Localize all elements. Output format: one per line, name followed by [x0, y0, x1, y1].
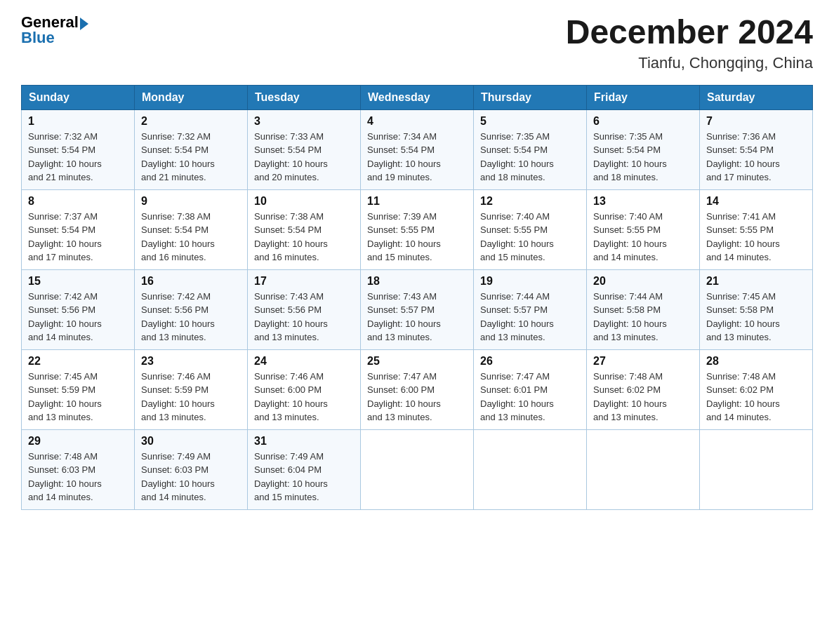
calendar-cell: 13 Sunrise: 7:40 AMSunset: 5:55 PMDaylig…: [587, 189, 700, 269]
day-number: 20: [593, 275, 693, 288]
calendar-cell: 30 Sunrise: 7:49 AMSunset: 6:03 PMDaylig…: [135, 429, 248, 509]
calendar-cell: 20 Sunrise: 7:44 AMSunset: 5:58 PMDaylig…: [587, 269, 700, 349]
calendar-cell: 8 Sunrise: 7:37 AMSunset: 5:54 PMDayligh…: [22, 189, 135, 269]
calendar-week-row: 22 Sunrise: 7:45 AMSunset: 5:59 PMDaylig…: [22, 349, 813, 429]
day-number: 30: [141, 435, 241, 448]
day-info: Sunrise: 7:47 AMSunset: 6:00 PMDaylight:…: [367, 371, 441, 423]
calendar-table: SundayMondayTuesdayWednesdayThursdayFrid…: [21, 85, 813, 510]
day-info: Sunrise: 7:36 AMSunset: 5:54 PMDaylight:…: [706, 131, 780, 183]
calendar-cell: 5 Sunrise: 7:35 AMSunset: 5:54 PMDayligh…: [474, 109, 587, 189]
day-info: Sunrise: 7:46 AMSunset: 5:59 PMDaylight:…: [141, 371, 215, 423]
calendar-cell: 27 Sunrise: 7:48 AMSunset: 6:02 PMDaylig…: [587, 349, 700, 429]
day-info: Sunrise: 7:43 AMSunset: 5:56 PMDaylight:…: [254, 291, 328, 343]
day-number: 9: [141, 195, 241, 208]
day-number: 7: [706, 115, 806, 128]
calendar-cell: 15 Sunrise: 7:42 AMSunset: 5:56 PMDaylig…: [22, 269, 135, 349]
day-number: 27: [593, 355, 693, 368]
day-header-thursday: Thursday: [474, 85, 587, 109]
day-number: 23: [141, 355, 241, 368]
day-info: Sunrise: 7:45 AMSunset: 5:58 PMDaylight:…: [706, 291, 780, 343]
day-number: 2: [141, 115, 241, 128]
day-info: Sunrise: 7:40 AMSunset: 5:55 PMDaylight:…: [480, 211, 554, 263]
calendar-cell: [474, 429, 587, 509]
day-number: 28: [706, 355, 806, 368]
day-info: Sunrise: 7:41 AMSunset: 5:55 PMDaylight:…: [706, 211, 780, 263]
day-number: 17: [254, 275, 354, 288]
day-number: 4: [367, 115, 467, 128]
day-info: Sunrise: 7:45 AMSunset: 5:59 PMDaylight:…: [28, 371, 102, 423]
calendar-cell: 19 Sunrise: 7:44 AMSunset: 5:57 PMDaylig…: [474, 269, 587, 349]
day-header-tuesday: Tuesday: [248, 85, 361, 109]
calendar-cell: 17 Sunrise: 7:43 AMSunset: 5:56 PMDaylig…: [248, 269, 361, 349]
calendar-week-row: 15 Sunrise: 7:42 AMSunset: 5:56 PMDaylig…: [22, 269, 813, 349]
calendar-cell: 16 Sunrise: 7:42 AMSunset: 5:56 PMDaylig…: [135, 269, 248, 349]
calendar-week-row: 1 Sunrise: 7:32 AMSunset: 5:54 PMDayligh…: [22, 109, 813, 189]
day-info: Sunrise: 7:43 AMSunset: 5:57 PMDaylight:…: [367, 291, 441, 343]
day-header-sunday: Sunday: [22, 85, 135, 109]
day-info: Sunrise: 7:48 AMSunset: 6:02 PMDaylight:…: [593, 371, 667, 423]
day-info: Sunrise: 7:49 AMSunset: 6:04 PMDaylight:…: [254, 451, 328, 503]
calendar-cell: 4 Sunrise: 7:34 AMSunset: 5:54 PMDayligh…: [361, 109, 474, 189]
calendar-cell: 22 Sunrise: 7:45 AMSunset: 5:59 PMDaylig…: [22, 349, 135, 429]
day-info: Sunrise: 7:35 AMSunset: 5:54 PMDaylight:…: [593, 131, 667, 183]
day-info: Sunrise: 7:33 AMSunset: 5:54 PMDaylight:…: [254, 131, 328, 183]
title-block: December 2024 Tianfu, Chongqing, China: [566, 14, 813, 72]
day-info: Sunrise: 7:40 AMSunset: 5:55 PMDaylight:…: [593, 211, 667, 263]
day-info: Sunrise: 7:47 AMSunset: 6:01 PMDaylight:…: [480, 371, 554, 423]
day-number: 3: [254, 115, 354, 128]
day-info: Sunrise: 7:32 AMSunset: 5:54 PMDaylight:…: [141, 131, 215, 183]
day-info: Sunrise: 7:38 AMSunset: 5:54 PMDaylight:…: [254, 211, 328, 263]
calendar-cell: 11 Sunrise: 7:39 AMSunset: 5:55 PMDaylig…: [361, 189, 474, 269]
logo: General Blue: [21, 14, 88, 46]
day-number: 1: [28, 115, 128, 128]
day-number: 5: [480, 115, 580, 128]
day-number: 26: [480, 355, 580, 368]
calendar-cell: 28 Sunrise: 7:48 AMSunset: 6:02 PMDaylig…: [700, 349, 813, 429]
day-info: Sunrise: 7:46 AMSunset: 6:00 PMDaylight:…: [254, 371, 328, 423]
page-header: General Blue December 2024 Tianfu, Chong…: [21, 14, 813, 72]
calendar-cell: 7 Sunrise: 7:36 AMSunset: 5:54 PMDayligh…: [700, 109, 813, 189]
day-info: Sunrise: 7:42 AMSunset: 5:56 PMDaylight:…: [28, 291, 102, 343]
day-number: 18: [367, 275, 467, 288]
calendar-cell: 6 Sunrise: 7:35 AMSunset: 5:54 PMDayligh…: [587, 109, 700, 189]
day-number: 22: [28, 355, 128, 368]
calendar-cell: 12 Sunrise: 7:40 AMSunset: 5:55 PMDaylig…: [474, 189, 587, 269]
day-number: 11: [367, 195, 467, 208]
day-info: Sunrise: 7:44 AMSunset: 5:57 PMDaylight:…: [480, 291, 554, 343]
day-number: 8: [28, 195, 128, 208]
day-number: 10: [254, 195, 354, 208]
day-number: 16: [141, 275, 241, 288]
calendar-cell: 18 Sunrise: 7:43 AMSunset: 5:57 PMDaylig…: [361, 269, 474, 349]
day-number: 13: [593, 195, 693, 208]
day-info: Sunrise: 7:44 AMSunset: 5:58 PMDaylight:…: [593, 291, 667, 343]
calendar-cell: 21 Sunrise: 7:45 AMSunset: 5:58 PMDaylig…: [700, 269, 813, 349]
calendar-cell: 1 Sunrise: 7:32 AMSunset: 5:54 PMDayligh…: [22, 109, 135, 189]
day-info: Sunrise: 7:48 AMSunset: 6:03 PMDaylight:…: [28, 451, 102, 503]
day-info: Sunrise: 7:42 AMSunset: 5:56 PMDaylight:…: [141, 291, 215, 343]
day-number: 6: [593, 115, 693, 128]
day-header-monday: Monday: [135, 85, 248, 109]
calendar-cell: 29 Sunrise: 7:48 AMSunset: 6:03 PMDaylig…: [22, 429, 135, 509]
calendar-cell: 26 Sunrise: 7:47 AMSunset: 6:01 PMDaylig…: [474, 349, 587, 429]
calendar-title: December 2024: [566, 14, 813, 51]
calendar-week-row: 29 Sunrise: 7:48 AMSunset: 6:03 PMDaylig…: [22, 429, 813, 509]
day-info: Sunrise: 7:38 AMSunset: 5:54 PMDaylight:…: [141, 211, 215, 263]
day-number: 12: [480, 195, 580, 208]
calendar-cell: 3 Sunrise: 7:33 AMSunset: 5:54 PMDayligh…: [248, 109, 361, 189]
day-header-friday: Friday: [587, 85, 700, 109]
calendar-cell: 23 Sunrise: 7:46 AMSunset: 5:59 PMDaylig…: [135, 349, 248, 429]
day-info: Sunrise: 7:34 AMSunset: 5:54 PMDaylight:…: [367, 131, 441, 183]
calendar-cell: 2 Sunrise: 7:32 AMSunset: 5:54 PMDayligh…: [135, 109, 248, 189]
calendar-cell: 10 Sunrise: 7:38 AMSunset: 5:54 PMDaylig…: [248, 189, 361, 269]
day-number: 29: [28, 435, 128, 448]
logo-arrow-icon: [80, 18, 88, 30]
calendar-cell: 14 Sunrise: 7:41 AMSunset: 5:55 PMDaylig…: [700, 189, 813, 269]
calendar-subtitle: Tianfu, Chongqing, China: [566, 54, 813, 72]
logo-icon: General Blue: [21, 14, 88, 46]
calendar-cell: 24 Sunrise: 7:46 AMSunset: 6:00 PMDaylig…: [248, 349, 361, 429]
calendar-cell: [361, 429, 474, 509]
day-number: 14: [706, 195, 806, 208]
day-number: 25: [367, 355, 467, 368]
calendar-cell: 25 Sunrise: 7:47 AMSunset: 6:00 PMDaylig…: [361, 349, 474, 429]
day-info: Sunrise: 7:32 AMSunset: 5:54 PMDaylight:…: [28, 131, 102, 183]
